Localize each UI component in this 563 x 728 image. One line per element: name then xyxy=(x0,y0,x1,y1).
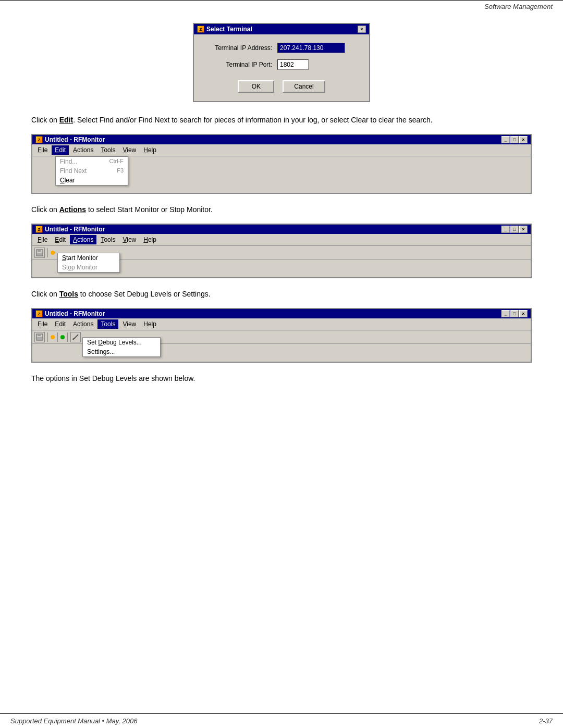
tools-toolbar-btn[interactable] xyxy=(70,332,81,342)
rfmonitor-titlebar-2: Z Untitled - RFMonitor _ □ × xyxy=(32,225,531,234)
start-monitor-item[interactable]: Start Monitor xyxy=(58,253,119,263)
maximize-button-3[interactable]: □ xyxy=(510,310,519,317)
tools-dropdown-3: Set Debug Levels... Settings... xyxy=(82,337,161,357)
dot-yellow-2 xyxy=(51,251,55,255)
menu-view-3[interactable]: View xyxy=(119,319,139,329)
close-button-1[interactable]: × xyxy=(519,136,528,143)
find-next-item[interactable]: Find Next F3 xyxy=(56,166,128,176)
toolbar-sep-3 xyxy=(47,332,48,342)
menu-edit-1[interactable]: Edit xyxy=(52,145,69,155)
rfmonitor-icon-2: Z xyxy=(35,226,43,233)
rfmonitor-titlebar-3: Z Untitled - RFMonitor _ □ × xyxy=(32,309,531,318)
svg-rect-2 xyxy=(37,253,42,255)
rfmonitor-window-2: Z Untitled - RFMonitor _ □ × File Edit A… xyxy=(31,224,532,278)
save-icon xyxy=(36,249,43,256)
para1-bold: Edit xyxy=(59,116,73,124)
tools-icon xyxy=(72,334,79,341)
port-input[interactable] xyxy=(277,59,309,70)
set-debug-levels-item[interactable]: Set Debug Levels... xyxy=(83,338,160,347)
ip-address-row: Terminal IP Address: xyxy=(204,43,359,53)
svg-rect-1 xyxy=(38,250,41,252)
menu-tools-2[interactable]: Tools xyxy=(97,235,118,244)
close-button[interactable]: × xyxy=(358,26,366,33)
menu-help-1[interactable]: Help xyxy=(140,145,160,155)
port-label: Terminal IP Port: xyxy=(204,61,277,68)
para1-text2: . Select Find and/or Find Next to search… xyxy=(73,116,432,124)
dot-green-3 xyxy=(60,335,65,339)
dot-yellow-3 xyxy=(51,335,55,339)
menu-file-3[interactable]: File xyxy=(34,319,51,329)
clear-label: C xyxy=(60,177,65,184)
rfmonitor-title-2: Untitled - RFMonitor xyxy=(45,226,105,233)
rfmonitor-body-3: Set Debug Levels... Settings... xyxy=(32,330,531,362)
minimize-button-2[interactable]: _ xyxy=(501,226,510,233)
rfmonitor-body-2: Start Monitor Stop Monitor xyxy=(32,246,531,277)
rfmonitor-icon-1: Z xyxy=(35,136,43,143)
footer-left: Supported Equipment Manual • May, 2006 xyxy=(10,717,138,725)
find-label: Find... xyxy=(60,158,77,165)
port-row: Terminal IP Port: xyxy=(204,59,359,70)
menu-tools-1[interactable]: Tools xyxy=(97,145,118,155)
paragraph-1: Click on Edit. Select Find and/or Find N… xyxy=(31,115,532,126)
maximize-button-2[interactable]: □ xyxy=(510,226,519,233)
rfmonitor-window-3: Z Untitled - RFMonitor _ □ × File Edit A… xyxy=(31,308,532,363)
rfmonitor-title-left: Z Untitled - RFMonitor xyxy=(35,136,105,143)
actions-dropdown-2: Start Monitor Stop Monitor xyxy=(57,253,120,273)
win-controls-1: _ □ × xyxy=(501,136,528,143)
page-footer: Supported Equipment Manual • May, 2006 2… xyxy=(0,713,563,728)
para3-bold: Tools xyxy=(59,290,78,298)
menu-view-1[interactable]: View xyxy=(119,145,139,155)
para2-text2: to select Start Monitor or Stop Monitor. xyxy=(86,205,213,214)
dialog-title-text: Select Terminal xyxy=(206,26,252,33)
find-next-shortcut: F3 xyxy=(117,167,124,174)
toolbar-sep-2 xyxy=(47,248,48,257)
ip-address-label: Terminal IP Address: xyxy=(204,44,277,52)
rfmonitor-menubar-3: File Edit Actions Tools View Help xyxy=(32,318,531,330)
menu-actions-2[interactable]: Actions xyxy=(70,235,96,244)
menu-actions-3[interactable]: Actions xyxy=(70,319,96,329)
close-button-3[interactable]: × xyxy=(519,310,528,317)
clear-item[interactable]: Clear xyxy=(56,176,128,185)
ip-address-input[interactable] xyxy=(277,43,345,53)
rfmonitor-menubar-1: File Edit Actions Tools View Help xyxy=(32,144,531,156)
minimize-button-1[interactable]: _ xyxy=(501,136,510,143)
menu-file-1[interactable]: File xyxy=(34,145,51,155)
header-title: Software Management xyxy=(484,3,553,10)
paragraph-4: The options in Set Debug Levels are show… xyxy=(31,373,532,384)
svg-rect-5 xyxy=(37,337,42,340)
rfmonitor-icon-3: Z xyxy=(35,310,43,317)
para4-text: The options in Set Debug Levels are show… xyxy=(31,374,195,382)
dialog-body: Terminal IP Address: Terminal IP Port: O… xyxy=(194,34,369,101)
dialog-buttons: OK Cancel xyxy=(204,76,359,95)
menu-edit-2[interactable]: Edit xyxy=(52,235,69,244)
stop-monitor-item[interactable]: Stop Monitor xyxy=(58,263,119,272)
save-toolbar-btn-3[interactable] xyxy=(34,332,45,342)
maximize-button-1[interactable]: □ xyxy=(510,136,519,143)
para2-text1: Click on xyxy=(31,205,59,214)
menu-view-2[interactable]: View xyxy=(119,235,139,244)
close-button-2[interactable]: × xyxy=(519,226,528,233)
ok-button[interactable]: OK xyxy=(238,80,274,93)
minimize-button-3[interactable]: _ xyxy=(501,310,510,317)
rfmonitor-titlebar-1: Z Untitled - RFMonitor _ □ × xyxy=(32,135,531,144)
menu-help-3[interactable]: Help xyxy=(140,319,160,329)
find-shortcut: Ctrl-F xyxy=(109,158,124,164)
paragraph-3: Click on Tools to choose Set Debug Level… xyxy=(31,289,532,300)
save-toolbar-btn[interactable] xyxy=(34,248,45,258)
settings-item[interactable]: Settings... xyxy=(83,347,160,356)
para3-text2: to choose Set Debug Levels or Settings. xyxy=(78,290,211,298)
toolbar-sep-3b xyxy=(57,332,58,342)
cancel-button[interactable]: Cancel xyxy=(283,80,325,93)
rfmonitor-title-left-3: Z Untitled - RFMonitor xyxy=(35,310,105,317)
menu-edit-3[interactable]: Edit xyxy=(52,319,69,329)
find-item[interactable]: Find... Ctrl-F xyxy=(56,157,128,166)
toolbar-row-2: Start Monitor Stop Monitor xyxy=(32,246,531,260)
menu-help-2[interactable]: Help xyxy=(140,235,160,244)
menu-actions-1[interactable]: Actions xyxy=(70,145,96,155)
rfmonitor-menubar-2: File Edit Actions Tools View Help xyxy=(32,234,531,246)
title-buttons: × xyxy=(358,26,366,33)
menu-tools-3[interactable]: Tools xyxy=(97,319,118,329)
rfmonitor-title-1: Untitled - RFMonitor xyxy=(45,136,105,143)
menu-file-2[interactable]: File xyxy=(34,235,51,244)
save-icon-3 xyxy=(36,334,43,341)
